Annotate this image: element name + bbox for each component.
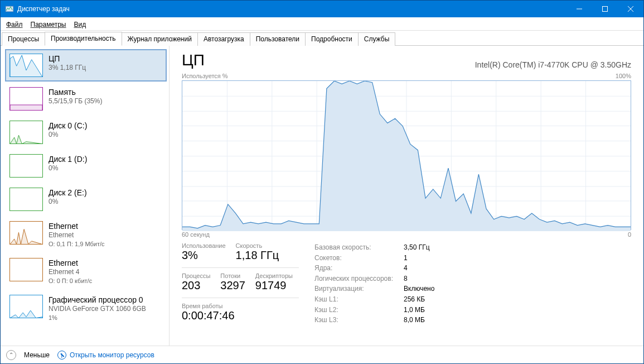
sidebar[interactable]: ЦП3% 1,18 ГГцПамять5,5/15,9 ГБ (35%)Диск…: [1, 46, 170, 346]
menu-file[interactable]: Файл: [3, 20, 26, 30]
sidebar-thumb-disk2: [9, 188, 43, 211]
tab-app-history[interactable]: Журнал приложений: [122, 32, 198, 46]
sidebar-item-sub2: О: 0 П: 0 кбит/с: [49, 277, 92, 285]
sidebar-item-sub: Ethernet 4: [49, 268, 92, 277]
info-row: Сокетов:1: [314, 253, 631, 264]
sidebar-item-sub: Ethernet: [49, 231, 105, 240]
sidebar-thumb-cpu: [9, 54, 43, 77]
tab-processes[interactable]: Процессы: [2, 32, 45, 46]
info-row: Виртуализация:Включено: [314, 284, 631, 294]
info-row: Кэш L1:256 КБ: [314, 294, 631, 305]
window-title: Диспетчер задач: [17, 5, 70, 13]
sidebar-item-cpu[interactable]: ЦП3% 1,18 ГГц: [5, 49, 167, 82]
stat-label: Процессы: [182, 272, 210, 279]
chart-y-max-label: Используется %: [182, 73, 228, 79]
stat-label: Использование: [182, 242, 226, 249]
stats-right: Базовая скорость:3,50 ГГцСокетов:1Ядра:4…: [314, 242, 631, 325]
uptime-label: Время работы: [182, 303, 299, 309]
sidebar-item-memory[interactable]: Память5,5/15,9 ГБ (35%): [5, 83, 167, 115]
stats-left: Использование3%Скорость1,18 ГГц Процессы…: [182, 242, 299, 325]
titlebar[interactable]: Диспетчер задач: [1, 1, 643, 17]
app-window: Диспетчер задач Файл Параметры Вид Проце…: [0, 0, 644, 364]
stat-label: Скорость: [236, 242, 279, 249]
fewer-details-link[interactable]: Меньше: [24, 351, 50, 359]
sidebar-item-title: Диск 0 (C:): [49, 121, 87, 131]
sidebar-item-disk0[interactable]: Диск 0 (C:)0%: [5, 116, 167, 149]
fewer-details-icon[interactable]: ⌃: [6, 350, 16, 360]
sidebar-item-sub: NVIDIA GeForce GTX 1060 6GB: [49, 305, 146, 314]
sidebar-thumb-eth1: [9, 258, 43, 281]
sidebar-item-sub: 0%: [49, 198, 87, 207]
stat-value: 203: [182, 279, 210, 292]
sidebar-item-title: Диск 1 (D:): [49, 154, 87, 164]
chart-x-left-label: 60 секунд: [182, 231, 210, 238]
sidebar-item-title: ЦП: [49, 54, 86, 64]
cpu-usage-chart: [182, 80, 631, 230]
resource-monitor-icon: [57, 351, 66, 360]
sidebar-thumb-eth0: [9, 221, 43, 245]
stat-value: 91749: [255, 279, 293, 292]
sidebar-item-sub: 0%: [49, 164, 87, 173]
sidebar-item-title: Диск 2 (E:): [49, 188, 87, 198]
info-row: Кэш L2:1,0 МБ: [314, 305, 631, 315]
sidebar-item-title: Память: [49, 87, 102, 97]
sidebar-thumb-gpu: [9, 295, 43, 318]
tab-content: ЦП3% 1,18 ГГцПамять5,5/15,9 ГБ (35%)Диск…: [1, 45, 643, 346]
sidebar-item-sub: 0%: [49, 131, 87, 140]
tabbar: Процессы Производительность Журнал прило…: [1, 31, 643, 45]
sidebar-item-gpu[interactable]: Графический процессор 0NVIDIA GeForce GT…: [5, 290, 167, 326]
sidebar-item-sub2: О: 0,1 П: 1,9 Мбит/с: [49, 240, 105, 248]
menubar: Файл Параметры Вид: [1, 17, 643, 31]
tab-performance[interactable]: Производительность: [45, 32, 122, 46]
stat-label: Потоки: [220, 272, 245, 279]
info-row: Кэш L3:8,0 МБ: [314, 315, 631, 325]
tab-details[interactable]: Подробности: [305, 32, 359, 46]
minimize-button[interactable]: [566, 1, 592, 17]
sidebar-thumb-memory: [9, 87, 43, 111]
device-name: Intel(R) Core(TM) i7-4770K CPU @ 3.50GHz: [475, 60, 631, 69]
tab-services[interactable]: Службы: [358, 32, 395, 46]
stat-value: 1,18 ГГц: [236, 249, 279, 262]
maximize-button[interactable]: [592, 1, 618, 17]
sidebar-item-eth0[interactable]: EthernetEthernetО: 0,1 П: 1,9 Мбит/с: [5, 217, 167, 252]
tab-startup[interactable]: Автозагрузка: [197, 32, 250, 46]
sidebar-item-title: Графический процессор 0: [49, 295, 146, 305]
main-panel: ЦП Intel(R) Core(TM) i7-4770K CPU @ 3.50…: [170, 46, 643, 346]
info-row: Ядра:4: [314, 263, 631, 274]
menu-view[interactable]: Вид: [70, 20, 89, 30]
uptime-value: 0:00:47:46: [182, 309, 299, 322]
page-title: ЦП: [182, 51, 205, 69]
sidebar-item-sub2: 1%: [49, 314, 146, 322]
menu-options[interactable]: Параметры: [27, 20, 70, 30]
info-row: Логических процессоров:8: [314, 274, 631, 284]
sidebar-thumb-disk1: [9, 154, 43, 178]
sidebar-item-title: Ethernet: [49, 221, 105, 231]
close-button[interactable]: [618, 1, 643, 17]
sidebar-item-title: Ethernet: [49, 258, 92, 268]
svg-rect-2: [603, 7, 608, 12]
sidebar-item-sub: 5,5/15,9 ГБ (35%): [49, 97, 102, 106]
open-resource-monitor-link[interactable]: Открыть монитор ресурсов: [57, 351, 154, 360]
sidebar-item-sub: 3% 1,18 ГГц: [49, 64, 86, 73]
chart-y-max-value: 100%: [616, 73, 631, 79]
stat-label: Дескрипторы: [255, 272, 293, 279]
stat-value: 3%: [182, 249, 226, 262]
app-icon: [5, 4, 14, 13]
sidebar-item-eth1[interactable]: EthernetEthernet 4О: 0 П: 0 кбит/с: [5, 253, 167, 289]
tab-users[interactable]: Пользователи: [250, 32, 306, 46]
sidebar-item-disk1[interactable]: Диск 1 (D:)0%: [5, 150, 167, 182]
footer: ⌃ Меньше Открыть монитор ресурсов: [1, 346, 643, 363]
stat-value: 3297: [220, 279, 245, 292]
chart-x-right-label: 0: [628, 231, 631, 238]
sidebar-thumb-disk0: [9, 121, 43, 144]
sidebar-item-disk2[interactable]: Диск 2 (E:)0%: [5, 183, 167, 215]
info-row: Базовая скорость:3,50 ГГц: [314, 242, 631, 253]
